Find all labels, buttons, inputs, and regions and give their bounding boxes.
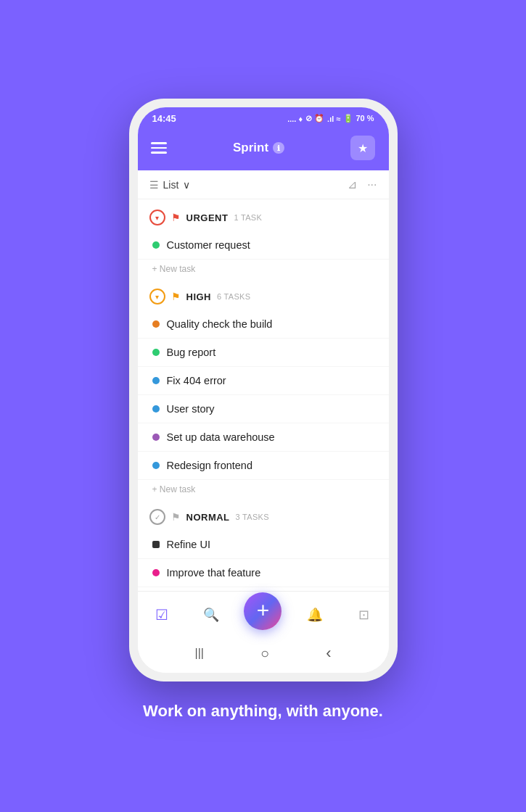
task-label-data-warehouse: Set up data warehouse xyxy=(167,431,275,443)
search-icon: 🔍 xyxy=(203,607,219,623)
phone-outer: 14:45 .... ♦ ⊘ ⏰ .ıl ≈ 🔋 70 % Sprint ℹ xyxy=(129,99,398,682)
list-bar: ☰ List ∨ ⊿ ··· xyxy=(138,170,389,199)
star-icon: ★ xyxy=(358,141,368,155)
inbox-icon: ⊡ xyxy=(358,607,369,623)
task-item-customer-request[interactable]: Customer request xyxy=(138,231,389,260)
section-title-normal: NORMAL xyxy=(186,512,230,523)
status-time: 14:45 xyxy=(152,113,176,124)
task-item-user-story[interactable]: User story xyxy=(138,395,389,423)
task-label-bug-report: Bug report xyxy=(167,347,216,358)
task-dot-fix-404 xyxy=(152,377,160,384)
task-label-quality-check: Quality check the build xyxy=(167,318,273,330)
status-bar: 14:45 .... ♦ ⊘ ⏰ .ıl ≈ 🔋 70 % xyxy=(138,107,389,128)
nav-inbox[interactable]: ⊡ xyxy=(348,599,380,631)
task-label-improve-feature: Improve that feature xyxy=(167,567,261,579)
tasks-icon: ☑ xyxy=(155,606,168,624)
signal-icons: .... ♦ xyxy=(287,115,303,123)
task-dot-refine-ui xyxy=(152,541,160,548)
list-actions: ⊿ ··· xyxy=(348,178,377,191)
chevron-down-icon: ∨ xyxy=(183,179,190,191)
task-item-improve-feature[interactable]: Improve that feature xyxy=(138,559,389,587)
list-icon: ☰ xyxy=(149,179,159,191)
menu-line-3 xyxy=(151,152,167,154)
task-item-redesign-frontend[interactable]: Redesign frontend xyxy=(138,452,389,480)
menu-button[interactable] xyxy=(151,142,167,154)
info-icon[interactable]: ℹ xyxy=(273,142,284,154)
task-item-bug-report[interactable]: Bug report xyxy=(138,339,389,367)
section-high: ▾ ⚑ HIGH 6 TASKS Quality check the build… xyxy=(138,278,389,499)
nav-tasks[interactable]: ☑ xyxy=(146,599,178,631)
battery-icon: ⊘ ⏰ xyxy=(305,114,324,123)
battery-percent: 🔋 70 % xyxy=(343,114,374,123)
task-item-refine-ui[interactable]: Refine UI xyxy=(138,531,389,559)
section-title-high: HIGH xyxy=(186,291,212,302)
tagline: Work on anything, with anyone. xyxy=(143,702,383,721)
sprint-label: Sprint xyxy=(233,141,268,155)
task-dot-redesign-frontend xyxy=(152,462,160,469)
section-header-normal: ✓ ⚑ NORMAL 3 TASKS xyxy=(138,499,389,531)
task-label-redesign-frontend: Redesign frontend xyxy=(167,460,253,471)
task-dot-user-story xyxy=(152,405,160,413)
task-label-refine-ui: Refine UI xyxy=(167,539,210,550)
collapse-high[interactable]: ▾ xyxy=(149,289,165,304)
task-label-customer-request: Customer request xyxy=(167,239,250,251)
more-icon[interactable]: ··· xyxy=(367,178,377,191)
task-item-data-warehouse[interactable]: Set up data warehouse xyxy=(138,423,389,452)
section-urgent: ▾ ⚑ URGENT 1 TASK Customer request + New… xyxy=(138,199,389,278)
task-label-user-story: User story xyxy=(167,403,215,415)
section-normal: ✓ ⚑ NORMAL 3 TASKS Refine UI Improve tha… xyxy=(138,499,389,591)
add-icon: + xyxy=(257,600,270,621)
flag-normal-icon: ⚑ xyxy=(171,511,181,523)
home-icon[interactable]: ○ xyxy=(260,645,269,662)
star-button[interactable]: ★ xyxy=(350,136,375,160)
filter-icon[interactable]: ⊿ xyxy=(348,178,357,191)
nav-search[interactable]: 🔍 xyxy=(195,599,227,631)
section-count-normal: 3 TASKS xyxy=(236,513,269,521)
recent-apps-icon[interactable]: ||| xyxy=(195,647,204,660)
section-header-urgent: ▾ ⚑ URGENT 1 TASK xyxy=(138,199,389,231)
nav-notifications[interactable]: 🔔 xyxy=(299,599,331,631)
list-label: List xyxy=(163,179,179,191)
flag-urgent-icon: ⚑ xyxy=(171,212,181,223)
status-icons: .... ♦ ⊘ ⏰ .ıl ≈ 🔋 70 % xyxy=(287,114,374,123)
collapse-normal[interactable]: ✓ xyxy=(149,509,165,525)
task-dot-quality-check xyxy=(152,320,160,328)
network-icon: .ıl ≈ xyxy=(327,115,340,123)
task-dot-bug-report xyxy=(152,349,160,356)
task-item-fix-404[interactable]: Fix 404 error xyxy=(138,367,389,395)
task-dot-data-warehouse xyxy=(152,434,160,441)
task-dot-improve-feature xyxy=(152,569,160,576)
toolbar: Sprint ℹ ★ xyxy=(138,128,389,170)
collapse-urgent[interactable]: ▾ xyxy=(149,210,165,225)
phone-inner: 14:45 .... ♦ ⊘ ⏰ .ıl ≈ 🔋 70 % Sprint ℹ xyxy=(138,107,389,673)
menu-line-1 xyxy=(151,142,167,144)
menu-line-2 xyxy=(151,147,167,149)
section-count-urgent: 1 TASK xyxy=(234,213,262,222)
back-icon[interactable]: ‹ xyxy=(326,644,331,663)
task-dot-customer-request xyxy=(152,241,160,249)
bottom-nav: ☑ 🔍 + 🔔 ⊡ xyxy=(138,591,389,637)
android-nav-bar: ||| ○ ‹ xyxy=(138,637,389,673)
toolbar-title-group: Sprint ℹ xyxy=(233,141,284,155)
section-title-urgent: URGENT xyxy=(186,212,229,223)
task-label-fix-404: Fix 404 error xyxy=(167,375,226,386)
nav-fab[interactable]: + xyxy=(244,592,282,630)
flag-high-icon: ⚑ xyxy=(171,291,181,302)
section-count-high: 6 TASKS xyxy=(217,292,250,301)
task-item-quality-check[interactable]: Quality check the build xyxy=(138,310,389,339)
new-task-urgent[interactable]: + New task xyxy=(138,260,389,278)
new-task-high[interactable]: + New task xyxy=(138,480,389,499)
bell-icon: 🔔 xyxy=(307,607,323,623)
list-selector[interactable]: ☰ List ∨ xyxy=(149,179,191,191)
section-header-high: ▾ ⚑ HIGH 6 TASKS xyxy=(138,278,389,310)
scroll-content[interactable]: ☰ List ∨ ⊿ ··· ▾ ⚑ URGENT 1 TASK xyxy=(138,170,389,591)
